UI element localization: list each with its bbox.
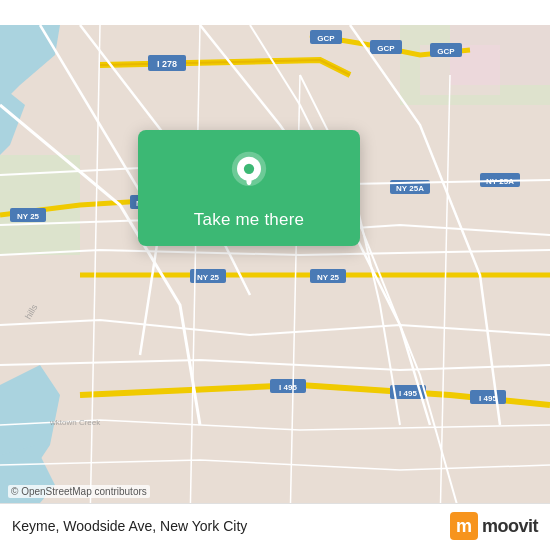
map-background: I 278 GCP GCP GCP NY 25 NY 25A NY 25A NY… <box>0 0 550 550</box>
svg-text:NY 25: NY 25 <box>17 212 40 221</box>
map-attribution: © OpenStreetMap contributors <box>8 485 150 498</box>
bottom-bar: Keyme, Woodside Ave, New York City m moo… <box>0 503 550 550</box>
svg-text:I 495: I 495 <box>279 383 297 392</box>
location-info: Keyme, Woodside Ave, New York City <box>12 518 247 534</box>
svg-text:GCP: GCP <box>437 47 455 56</box>
action-card[interactable]: Take me there <box>138 130 360 246</box>
moovit-logo: m moovit <box>450 512 538 540</box>
location-pin-icon <box>225 150 273 198</box>
svg-point-36 <box>246 177 251 186</box>
svg-text:GCP: GCP <box>317 34 335 43</box>
map-container: I 278 GCP GCP GCP NY 25 NY 25A NY 25A NY… <box>0 0 550 550</box>
location-name: Keyme, Woodside Ave, New York City <box>12 518 247 534</box>
svg-text:I 278: I 278 <box>157 59 177 69</box>
take-me-there-button[interactable]: Take me there <box>194 210 304 230</box>
svg-text:NY 25A: NY 25A <box>396 184 424 193</box>
svg-text:I 495: I 495 <box>399 389 417 398</box>
svg-point-35 <box>244 164 254 174</box>
svg-text:wktown Creek: wktown Creek <box>49 418 101 427</box>
svg-text:GCP: GCP <box>377 44 395 53</box>
svg-text:NY 25: NY 25 <box>317 273 340 282</box>
moovit-brand-name: moovit <box>482 516 538 537</box>
svg-text:I 495: I 495 <box>479 394 497 403</box>
moovit-logo-letter: m <box>450 512 478 540</box>
svg-text:NY 25: NY 25 <box>197 273 220 282</box>
